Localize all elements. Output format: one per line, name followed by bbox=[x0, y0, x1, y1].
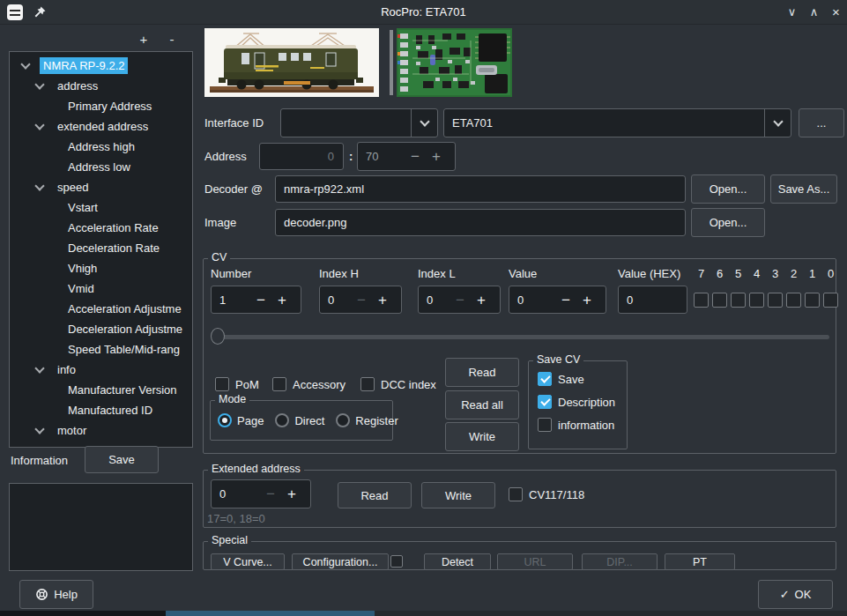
tree-item-vmid[interactable]: Vmid bbox=[10, 278, 192, 299]
tree-item-acceleration-rate[interactable]: Acceleration Rate bbox=[10, 218, 192, 238]
bit-checkbox-6[interactable] bbox=[712, 293, 727, 308]
decrement-button[interactable]: − bbox=[555, 293, 576, 308]
cv-value-slider-track[interactable] bbox=[212, 335, 829, 339]
increment-button[interactable]: + bbox=[372, 293, 393, 308]
save-checkbox[interactable] bbox=[538, 372, 552, 386]
mode-option-direct[interactable]: Direct bbox=[275, 413, 324, 427]
bit-checkboxes[interactable] bbox=[694, 293, 838, 308]
cv-value-value[interactable]: 0 bbox=[517, 293, 555, 307]
bit-checkbox-4[interactable] bbox=[749, 293, 764, 308]
chevron-down-icon[interactable] bbox=[34, 363, 44, 373]
save-cv-option-save[interactable]: Save bbox=[538, 372, 627, 386]
cv-index-h-value[interactable]: 0 bbox=[328, 293, 351, 307]
cv-value-slider-handle[interactable] bbox=[211, 328, 225, 345]
information-textarea[interactable] bbox=[9, 483, 193, 571]
chevron-down-icon[interactable] bbox=[34, 424, 44, 434]
tree-item-deceleration-rate[interactable]: Deceleration Rate bbox=[10, 238, 192, 258]
decrement-button[interactable]: − bbox=[250, 293, 271, 308]
chevron-down-icon[interactable] bbox=[34, 181, 44, 190]
image-file-input[interactable] bbox=[275, 209, 686, 236]
decoder-file-input[interactable] bbox=[275, 175, 686, 203]
chevron-down-icon[interactable] bbox=[34, 120, 44, 130]
maximize-button[interactable]: ∧ bbox=[803, 0, 825, 25]
decoder-save-as-button[interactable]: Save As... bbox=[770, 174, 837, 204]
tree-item-info[interactable]: info bbox=[10, 360, 192, 380]
increment-button[interactable]: + bbox=[426, 149, 447, 164]
extended-write-button[interactable]: Write bbox=[421, 482, 495, 508]
close-button[interactable]: × bbox=[825, 0, 847, 25]
cv-value-hex-input[interactable] bbox=[618, 286, 687, 314]
information-checkbox[interactable] bbox=[538, 418, 552, 432]
accessory-checkbox-row[interactable]: Accessory bbox=[272, 376, 345, 392]
tree-item-address[interactable]: address bbox=[10, 76, 192, 96]
minimize-button[interactable]: ∨ bbox=[781, 0, 803, 25]
decrement-button[interactable]: − bbox=[405, 149, 426, 164]
information-save-button[interactable]: Save bbox=[85, 446, 159, 473]
tree-item-vhigh[interactable]: Vhigh bbox=[10, 258, 192, 278]
cv117-checkbox-row[interactable]: CV117/118 bbox=[509, 486, 584, 502]
configuration-button[interactable]: Configuration... bbox=[292, 553, 389, 570]
cv-value-spinbox[interactable]: 0 − + bbox=[509, 286, 606, 314]
cv-read-all-button[interactable]: Read all bbox=[445, 390, 519, 419]
configuration-checkbox[interactable] bbox=[390, 555, 403, 568]
extended-address-value[interactable]: 0 bbox=[219, 487, 260, 501]
save-cv-option-information[interactable]: information bbox=[538, 418, 627, 432]
address-value[interactable]: 70 bbox=[366, 150, 405, 163]
bit-checkbox-0[interactable] bbox=[823, 293, 838, 308]
increment-button[interactable]: + bbox=[576, 293, 598, 308]
cv-index-l-value[interactable]: 0 bbox=[427, 293, 450, 307]
address-spinbox[interactable]: 70 − + bbox=[357, 142, 456, 171]
bit-checkbox-1[interactable] bbox=[805, 293, 820, 308]
cv-tree[interactable]: NMRA RP-9.2.2addressPrimary Addressexten… bbox=[9, 51, 193, 448]
bit-checkbox-7[interactable] bbox=[694, 293, 709, 308]
tree-item-speed[interactable]: speed bbox=[10, 177, 192, 197]
dcc-index-checkbox[interactable] bbox=[360, 377, 375, 391]
chevron-down-icon[interactable] bbox=[411, 109, 437, 137]
tree-item-deceleration-adjustme[interactable]: Deceleration Adjustme bbox=[10, 319, 192, 339]
help-button[interactable]: Help bbox=[19, 580, 93, 609]
cv-write-button[interactable]: Write bbox=[445, 422, 519, 451]
interface-more-button[interactable]: ... bbox=[799, 108, 844, 137]
port-combobox[interactable]: ETA701 bbox=[443, 108, 791, 137]
pt-button[interactable]: PT bbox=[665, 553, 735, 570]
pom-checkbox-row[interactable]: PoM bbox=[215, 376, 259, 392]
tree-item-manufacturer-version[interactable]: Manufacturer Version bbox=[10, 380, 192, 400]
chevron-down-icon[interactable] bbox=[764, 109, 791, 137]
extended-read-button[interactable]: Read bbox=[338, 482, 412, 508]
mode-option-register[interactable]: Register bbox=[336, 413, 397, 427]
tree-item-acceleration-adjustme[interactable]: Acceleration Adjustme bbox=[10, 299, 192, 319]
tree-item-address-high[interactable]: Address high bbox=[10, 137, 192, 157]
tree-expand-button[interactable]: + bbox=[134, 32, 153, 48]
increment-button[interactable]: + bbox=[281, 486, 302, 501]
tree-collapse-button[interactable]: - bbox=[162, 32, 182, 48]
tree-item-manufactured-id[interactable]: Manufactured ID bbox=[10, 400, 192, 420]
increment-button[interactable]: + bbox=[471, 293, 492, 308]
cv-index-l-spinbox[interactable]: 0 − + bbox=[418, 286, 501, 314]
cv-read-button[interactable]: Read bbox=[445, 358, 519, 387]
description-checkbox[interactable] bbox=[538, 395, 552, 409]
radio-page[interactable] bbox=[218, 413, 232, 427]
accessory-checkbox[interactable] bbox=[272, 377, 286, 391]
increment-button[interactable]: + bbox=[271, 293, 293, 308]
tree-item-vstart[interactable]: Vstart bbox=[10, 197, 192, 218]
tree-item-motor[interactable]: motor bbox=[10, 420, 192, 441]
cv-number-spinbox[interactable]: 1 − + bbox=[211, 286, 301, 314]
ok-button[interactable]: ✓ OK bbox=[758, 580, 833, 609]
dcc-index-checkbox-row[interactable]: DCC index bbox=[360, 376, 436, 392]
tree-item-speed-table-mid-rang[interactable]: Speed Table/Mid-rang bbox=[10, 339, 192, 360]
radio-direct[interactable] bbox=[275, 413, 289, 427]
cv-number-value[interactable]: 1 bbox=[219, 293, 250, 307]
bit-checkbox-5[interactable] bbox=[731, 293, 746, 308]
mode-option-page[interactable]: Page bbox=[218, 413, 264, 427]
extended-address-spinbox[interactable]: 0 − + bbox=[211, 479, 311, 508]
v-curve-button[interactable]: V Curve... bbox=[211, 553, 285, 570]
detect-button[interactable]: Detect bbox=[424, 553, 491, 570]
tree-item-extended-address[interactable]: extended address bbox=[10, 116, 192, 137]
tree-item-primary-address[interactable]: Primary Address bbox=[10, 96, 192, 116]
cv-index-h-spinbox[interactable]: 0 − + bbox=[319, 286, 402, 314]
chevron-down-icon[interactable] bbox=[34, 79, 44, 89]
tree-item-address-low[interactable]: Address low bbox=[10, 157, 192, 177]
image-open-button[interactable]: Open... bbox=[691, 208, 765, 237]
interface-id-combobox[interactable] bbox=[280, 108, 438, 137]
tree-item-nmra-rp-9-2-2[interactable]: NMRA RP-9.2.2 bbox=[10, 56, 192, 76]
